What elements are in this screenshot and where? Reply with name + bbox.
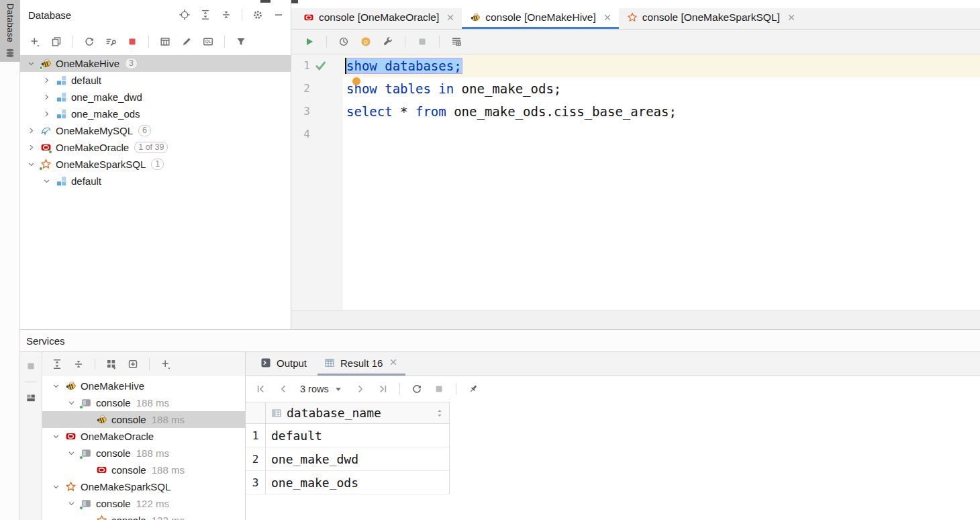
services-tree-item-onemakeoracle[interactable]: OneMakeOracle (42, 428, 245, 445)
reload-button[interactable] (411, 384, 422, 394)
sort-icon[interactable] (434, 408, 445, 419)
database-tree-item-one_make_ods[interactable]: one_make_ods (20, 105, 291, 122)
page-size-select[interactable]: 3 rows (300, 384, 344, 394)
output-layout-button[interactable] (451, 36, 462, 47)
tree-toggle[interactable] (66, 447, 77, 459)
database-tree-item-onemakeoracle[interactable]: OneMakeOracle1 of 39 (20, 139, 291, 156)
editor-tab-console-onemakesparksql-[interactable]: console [OneMakeSparkSQL] (619, 8, 803, 29)
refresh-button[interactable] (84, 36, 95, 47)
table-cell[interactable]: default (266, 424, 450, 447)
next-page-button[interactable] (355, 384, 366, 394)
layout-button[interactable] (26, 392, 36, 403)
close-tab-icon[interactable] (786, 12, 797, 23)
prev-page-button[interactable] (278, 384, 289, 394)
tree-toggle[interactable] (41, 108, 52, 120)
close-tab-icon[interactable] (445, 12, 456, 23)
services-tree-item-console[interactable]: console188 ms (42, 445, 245, 462)
tree-toggle[interactable] (66, 498, 77, 509)
wrench-button[interactable] (383, 36, 393, 47)
tree-toggle[interactable] (26, 125, 37, 136)
table-cell[interactable]: one_make_ods (266, 471, 450, 494)
tree-toggle[interactable] (50, 481, 62, 492)
services-tree-item-console[interactable]: console188 ms (42, 394, 245, 411)
editor-tab-console-onemakeoracle-[interactable]: console [OneMakeOracle] (295, 8, 462, 29)
result-tab-result-16[interactable]: Result 16 (317, 352, 405, 376)
result-tab-bar: OutputResult 16 (246, 352, 980, 376)
tab-label: console [OneMakeHive] (485, 11, 596, 24)
database-tree-item-default[interactable]: default (20, 72, 291, 89)
tree-toggle[interactable] (41, 91, 52, 103)
stop-red-button[interactable] (127, 36, 138, 47)
editor-line-2[interactable]: 2show tables in one_make_ods; (291, 77, 980, 100)
first-page-button[interactable] (256, 384, 266, 394)
services-tree-item-console[interactable]: console122 ms (42, 495, 245, 512)
data-table-button[interactable] (160, 36, 170, 47)
tree-toggle[interactable] (66, 397, 77, 408)
tree-toggle[interactable] (50, 431, 62, 442)
database-tool-window-button[interactable]: Database (0, 0, 20, 62)
editor-line-4[interactable]: 4 (291, 123, 980, 146)
services-tree-item-console[interactable]: console188 ms (42, 411, 245, 428)
tree-toggle[interactable] (26, 58, 37, 69)
history-clock-button[interactable] (338, 36, 349, 47)
table-row: 2one_make_dwd (246, 447, 450, 471)
code-token: one_make_ods.ciss_base_areas; (446, 104, 677, 119)
database-tree-item-one_make_dwd[interactable]: one_make_dwd (20, 89, 291, 105)
close-tab-icon[interactable] (602, 12, 613, 23)
editor-code-line[interactable]: select * from one_make_ods.ciss_base_are… (343, 100, 980, 123)
services-tree-item-console[interactable]: console122 ms (42, 512, 245, 520)
group-by-icon (106, 359, 117, 370)
locate-button[interactable] (179, 9, 190, 20)
group-by-button[interactable] (106, 359, 117, 370)
result-tab-output[interactable]: Output (254, 352, 313, 376)
close-tab-icon[interactable] (388, 357, 399, 370)
last-page-button[interactable] (377, 384, 388, 394)
stop-button[interactable] (417, 36, 428, 47)
collapse-all-button[interactable] (221, 9, 232, 20)
editor-code-line[interactable]: show databases; (343, 54, 980, 77)
run-button[interactable] (304, 36, 315, 47)
tree-toggle[interactable] (26, 142, 37, 153)
tree-toggle[interactable] (50, 380, 62, 392)
filter-button[interactable] (236, 36, 246, 47)
add-tab-button[interactable] (128, 359, 138, 370)
expand-all-button[interactable] (52, 359, 62, 370)
add-button[interactable] (160, 359, 171, 370)
collapse-all-button[interactable] (73, 359, 84, 370)
sync-wrench-button[interactable] (105, 36, 116, 47)
tree-toggle[interactable] (41, 175, 52, 187)
table-cell[interactable]: one_make_dwd (266, 447, 450, 471)
tab-label: Output (277, 357, 307, 369)
pin-button[interactable] (468, 384, 479, 394)
sql-editor[interactable]: 1show databases;2show tables in one_make… (291, 54, 980, 310)
database-tree-item-onemakesparksql[interactable]: OneMakeSparkSQL1 (20, 156, 291, 173)
gutter-spacer (314, 83, 328, 95)
duplicate-button[interactable] (51, 36, 62, 47)
editor-code-line[interactable]: show tables in one_make_ods; (343, 77, 980, 100)
services-tree-item-console[interactable]: console188 ms (42, 462, 245, 478)
editor-tab-console-onemakehive-[interactable]: console [OneMakeHive] (462, 8, 619, 29)
stop-icon (417, 36, 428, 47)
editor-line-3[interactable]: 3select * from one_make_ods.ciss_base_ar… (291, 100, 980, 123)
services-tree-item-onemakehive[interactable]: OneMakeHive (42, 378, 245, 394)
editor-code-line[interactable] (343, 123, 980, 146)
database-tree-item-default[interactable]: default (20, 173, 291, 189)
settings-gear-button[interactable] (252, 9, 263, 20)
profile-p-button[interactable]: p (360, 36, 371, 47)
database-tree-item-onemakemysql[interactable]: OneMakeMySQL6 (20, 122, 291, 139)
editor-line-1[interactable]: 1show databases; (291, 54, 980, 77)
stop-button[interactable] (26, 361, 36, 372)
services-tree-item-onemakesparksql[interactable]: OneMakeSparkSQL (42, 478, 245, 495)
tree-toggle[interactable] (41, 75, 52, 86)
add-tab-icon (128, 359, 138, 370)
add-button[interactable] (30, 36, 40, 47)
expand-all-button[interactable] (200, 9, 211, 20)
column-header[interactable]: database_name (266, 402, 450, 424)
query-console-button[interactable]: QL (203, 36, 213, 47)
edit-pencil-button[interactable] (181, 36, 192, 47)
tree-toggle[interactable] (26, 159, 37, 170)
edit-pencil-icon (181, 36, 192, 47)
stop-button[interactable] (434, 384, 444, 394)
database-tree-item-onemakehive[interactable]: OneMakeHive3 (20, 55, 291, 72)
hide-button[interactable] (273, 9, 284, 20)
